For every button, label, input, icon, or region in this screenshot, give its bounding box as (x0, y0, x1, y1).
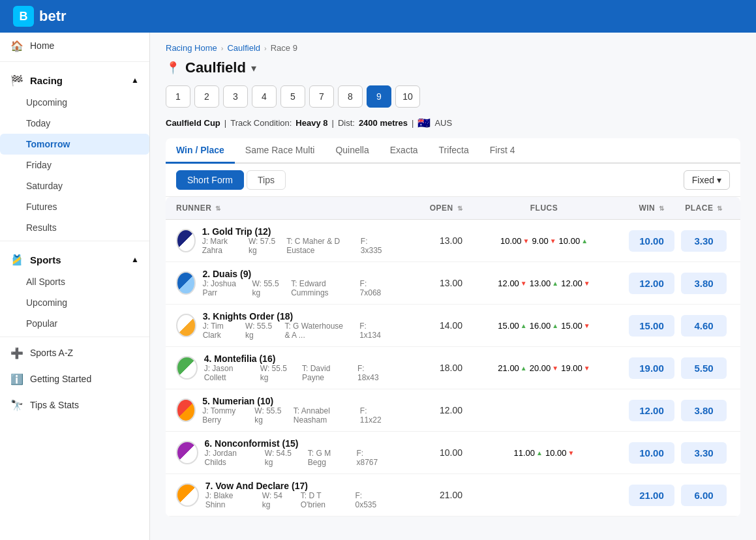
chevron-down-fixed-icon: ▾ (717, 175, 721, 185)
form-tab-short[interactable]: Short Form (176, 170, 244, 190)
place-odds-col-3: 5.50 (678, 357, 730, 379)
bet-tab-win-place[interactable]: Win / Place (166, 138, 235, 164)
sidebar-racing-label: Racing (30, 75, 63, 86)
up-icon: ▲ (521, 365, 527, 372)
weight-3: W: 55.5 kg (260, 364, 293, 382)
table-row: 3. Knights Order (18) J: Tim Clark W: 55… (166, 305, 740, 347)
win-odds-btn-2[interactable]: 15.00 (629, 315, 674, 337)
fluc-3: 20.00▼ (530, 363, 558, 373)
sidebar-item-home[interactable]: 🏠 Home (0, 33, 149, 59)
sidebar-sports-az-label: Sports A-Z (30, 348, 73, 358)
sidebar-racing-upcoming[interactable]: Upcoming (0, 92, 149, 113)
win-odds-btn-5[interactable]: 10.00 (629, 442, 674, 464)
open-header-label: OPEN (430, 203, 453, 213)
main-layout: 🏠 Home 🏁 Racing ▲ Upcoming Today Tomorro… (0, 33, 756, 540)
place-odds-btn-3[interactable]: 5.50 (681, 357, 727, 379)
win-odds-btn-0[interactable]: 10.00 (629, 230, 674, 252)
jockey-3: J: Jason Collett (204, 364, 251, 382)
win-odds-col-1: 12.00 (626, 273, 678, 294)
win-odds-btn-3[interactable]: 19.00 (629, 357, 674, 379)
fluc-5: 11.00▲ (514, 448, 543, 458)
sidebar-sports-popular[interactable]: Popular (0, 313, 149, 334)
dist-label: Dist: (338, 118, 355, 128)
divider-2 (0, 241, 149, 241)
race-tab-5[interactable]: 5 (280, 85, 305, 108)
bet-tab-first4[interactable]: First 4 (479, 138, 526, 164)
breadcrumb-racing-home[interactable]: Racing Home (166, 43, 217, 53)
place-odds-btn-1[interactable]: 3.80 (681, 273, 727, 294)
jockey-6: J: Blake Shinn (205, 491, 253, 509)
sidebar-racing-saturday[interactable]: Saturday (0, 175, 149, 196)
win-odds-btn-1[interactable]: 12.00 (629, 273, 674, 294)
place-odds-col-2: 4.60 (678, 315, 730, 337)
sort-open-icon[interactable]: ⇅ (457, 205, 463, 212)
venue-title: 📍 Caulfield ▾ (166, 59, 740, 76)
venue-dropdown-icon[interactable]: ▾ (251, 62, 256, 74)
sidebar-racing-friday[interactable]: Friday (0, 155, 149, 175)
bet-tab-same-race-multi[interactable]: Same Race Multi (235, 138, 325, 164)
sidebar-racing-today[interactable]: Today (0, 113, 149, 134)
sidebar-racing-futures[interactable]: Futures (0, 196, 149, 217)
win-odds-btn-4[interactable]: 12.00 (629, 400, 674, 421)
down-icon: ▼ (552, 365, 558, 372)
form-tabs-row: Short Form Tips Fixed ▾ (166, 164, 740, 197)
race-tab-9[interactable]: 9 (367, 85, 391, 108)
race-tab-8[interactable]: 8 (338, 85, 363, 108)
place-odds-btn-5[interactable]: 3.30 (681, 442, 727, 464)
win-odds-btn-6[interactable]: 21.00 (629, 485, 674, 506)
col-header-flucs: FLUCS (462, 203, 626, 213)
sort-place-icon[interactable]: ⇅ (717, 205, 723, 212)
table-row: 6. Nonconformist (15) J: Jordan Childs W… (166, 432, 740, 474)
sidebar-item-tips-stats[interactable]: 🔭 Tips & Stats (0, 392, 149, 418)
sidebar-item-sports[interactable]: 🎽 Sports ▲ (0, 244, 149, 271)
place-odds-btn-2[interactable]: 4.60 (681, 315, 727, 337)
bet-tab-quinella[interactable]: Quinella (325, 138, 379, 164)
sidebar-sports-upcoming[interactable]: Upcoming (0, 292, 149, 313)
sort-runner-icon[interactable]: ⇅ (215, 205, 221, 212)
table-row: 4. Montefilia (16) J: Jason Collett W: 5… (166, 347, 740, 389)
bet-tab-trifecta[interactable]: Trifecta (429, 138, 479, 164)
sports-icon: 🎽 (10, 253, 23, 266)
win-header-label: WIN (639, 203, 655, 213)
sidebar-item-racing[interactable]: 🏁 Racing ▲ (0, 65, 149, 92)
sidebar-racing-results[interactable]: Results (0, 217, 149, 238)
table-row: 7. Vow And Declare (17) J: Blake Shinn W… (166, 474, 740, 517)
place-odds-btn-0[interactable]: 3.30 (681, 230, 727, 252)
chevron-down-icon-sports: ▲ (131, 255, 139, 264)
race-tab-2[interactable]: 2 (194, 85, 219, 108)
breadcrumb-caulfield[interactable]: Caulfield (227, 43, 260, 53)
race-tab-1[interactable]: 1 (166, 85, 190, 108)
down-icon: ▼ (521, 280, 527, 287)
race-tab-7[interactable]: 7 (309, 85, 334, 108)
runner-name-5: 6. Nonconformist (15) (205, 438, 384, 449)
runner-meta-1: J: Joshua Parr W: 55.5 kg T: Edward Cumm… (202, 279, 384, 297)
jockey-1: J: Joshua Parr (202, 279, 243, 297)
fixed-odds-dropdown[interactable]: Fixed ▾ (684, 170, 730, 190)
race-tab-4[interactable]: 4 (252, 85, 277, 108)
place-odds-btn-6[interactable]: 6.00 (681, 485, 727, 506)
sidebar-home-label: Home (30, 40, 54, 51)
sidebar-item-getting-started[interactable]: ℹ️ Getting Started (0, 366, 149, 392)
col-header-place: PLACE ⇅ (678, 203, 730, 213)
breadcrumb: Racing Home › Caulfield › Race 9 (166, 43, 740, 53)
australia-flag-icon: 🇦🇺 (417, 117, 431, 129)
card-wrapper: Win / Place Same Race Multi Quinella Exa… (166, 138, 740, 517)
sidebar-item-sports-az[interactable]: ➕ Sports A-Z (0, 340, 149, 366)
sidebar-sports-all[interactable]: All Sports (0, 271, 149, 292)
form-tab-tips[interactable]: Tips (247, 170, 286, 190)
sidebar-racing-tomorrow[interactable]: Tomorrow (0, 134, 149, 155)
jockey-0: J: Mark Zahra (202, 237, 239, 255)
horse-silks-0 (176, 229, 196, 252)
trainer-5: T: G M Begg (308, 449, 348, 467)
trainer-4: T: Annabel Neasham (294, 406, 351, 425)
sidebar: 🏠 Home 🏁 Racing ▲ Upcoming Today Tomorro… (0, 33, 150, 540)
race-tab-3[interactable]: 3 (223, 85, 248, 108)
place-odds-btn-4[interactable]: 3.80 (681, 400, 727, 421)
runner-meta-2: J: Tim Clark W: 55.5 kg T: G Waterhouse … (203, 322, 384, 340)
sort-win-icon[interactable]: ⇅ (659, 205, 665, 212)
trainer-6: T: D T O'brien (301, 491, 346, 509)
bet-tab-exacta[interactable]: Exacta (380, 138, 429, 164)
runner-name-4: 5. Numerian (10) (202, 396, 384, 406)
form-2: F: 1x134 (359, 322, 384, 340)
race-tab-10[interactable]: 10 (395, 85, 420, 108)
